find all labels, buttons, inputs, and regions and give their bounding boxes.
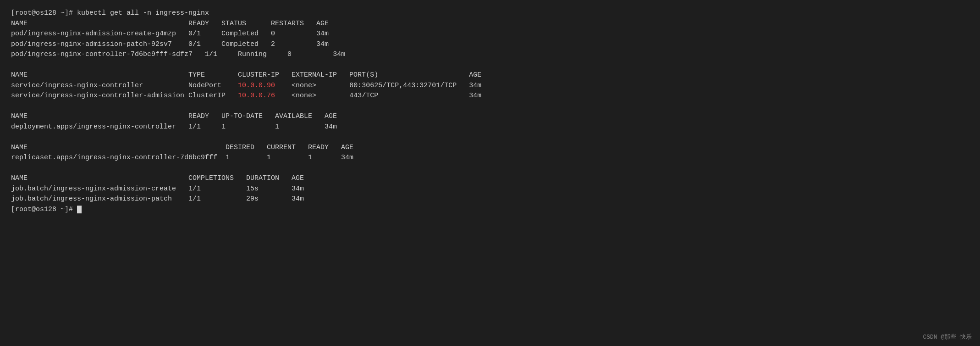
pod-row-3: pod/ingress-nginx-controller-7d6bc9fff-s… — [11, 50, 969, 60]
deployment-header: NAME READY UP-TO-DATE AVAILABLE AGE — [11, 112, 969, 122]
pod-header: NAME READY STATUS RESTARTS AGE — [11, 19, 969, 29]
job-header: NAME COMPLETIONS DURATION AGE — [11, 173, 969, 184]
blank-line-4 — [11, 163, 969, 174]
watermark: CSDN @那些 快乐 — [923, 333, 972, 342]
pod-row-1: pod/ingress-nginx-admission-create-g4mzp… — [11, 29, 969, 39]
pod-row-2: pod/ingress-nginx-admission-patch-92sv7 … — [11, 39, 969, 50]
terminal-output: [root@os128 ~]# kubectl get all -n ingre… — [11, 8, 969, 215]
deployment-row-1: deployment.apps/ingress-nginx-controller… — [11, 122, 969, 133]
blank-line-1 — [11, 60, 969, 71]
cursor — [77, 206, 82, 213]
job-row-1: job.batch/ingress-nginx-admission-create… — [11, 184, 969, 195]
job-row-2: job.batch/ingress-nginx-admission-patch … — [11, 194, 969, 205]
command-line: [root@os128 ~]# kubectl get all -n ingre… — [11, 8, 969, 19]
blank-line-2 — [11, 101, 969, 112]
service-header: NAME TYPE CLUSTER-IP EXTERNAL-IP PORT(S)… — [11, 70, 969, 81]
replicaset-header: NAME DESIRED CURRENT READY AGE — [11, 143, 969, 153]
service-row-2: service/ingress-nginx-controller-admissi… — [11, 91, 969, 101]
replicaset-row-1: replicaset.apps/ingress-nginx-controller… — [11, 153, 969, 163]
service-row-1: service/ingress-nginx-controller NodePor… — [11, 81, 969, 91]
final-prompt: [root@os128 ~]# — [11, 205, 969, 215]
blank-line-3 — [11, 132, 969, 143]
